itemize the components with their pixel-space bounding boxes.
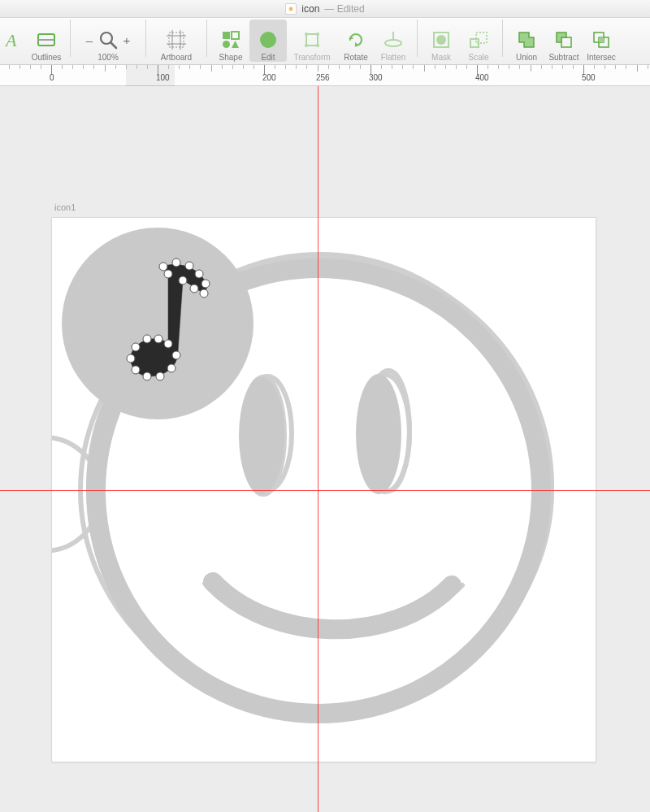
scale-label: Scale: [468, 53, 488, 62]
rotate-label: Rotate: [344, 53, 367, 62]
toolbar-separator: [502, 20, 503, 57]
zoom-level-label: 100%: [98, 53, 119, 62]
ruler-number: 400: [475, 73, 489, 82]
svg-marker-14: [232, 41, 239, 48]
text-tool-button[interactable]: A t: [0, 20, 28, 62]
svg-point-18: [305, 44, 308, 47]
toolbar-separator: [206, 20, 207, 57]
rotate-button[interactable]: Rotate: [337, 20, 375, 62]
svg-point-17: [316, 33, 319, 36]
svg-point-16: [305, 33, 308, 36]
horizontal-ruler[interactable]: 0100200256300400500: [0, 65, 650, 86]
svg-point-22: [385, 40, 401, 46]
toolbar-separator: [70, 20, 71, 57]
svg-point-53: [164, 270, 172, 278]
svg-rect-27: [476, 33, 487, 43]
vertical-guide[interactable]: [318, 86, 318, 812]
svg-rect-6: [169, 33, 184, 47]
ruler-number: 300: [369, 73, 383, 82]
horizontal-guide[interactable]: [0, 490, 650, 491]
artboard-button[interactable]: Artboard: [151, 20, 202, 62]
svg-rect-28: [561, 37, 571, 47]
zoom-control: – + 100%: [76, 20, 141, 62]
outlines-button[interactable]: Outlines: [28, 20, 65, 62]
svg-point-49: [202, 280, 210, 288]
intersect-button[interactable]: Intersec: [583, 20, 620, 62]
svg-line-5: [110, 42, 116, 48]
svg-point-19: [316, 44, 319, 47]
artboard-name-label[interactable]: icon1: [54, 202, 76, 212]
svg-rect-12: [232, 32, 239, 39]
svg-point-57: [156, 372, 164, 380]
flatten-label: Flatten: [381, 53, 406, 62]
toolbar: A t Outlines – + 100% Artboard: [0, 18, 650, 65]
svg-rect-11: [223, 32, 230, 39]
svg-point-25: [436, 35, 446, 45]
transform-label: Transform: [293, 53, 330, 62]
zoom-in-button[interactable]: +: [120, 33, 133, 47]
svg-point-60: [127, 354, 135, 363]
edit-button[interactable]: Edit: [249, 20, 287, 62]
outlines-label: Outlines: [32, 53, 62, 62]
scale-button[interactable]: Scale: [460, 20, 497, 62]
subtract-button[interactable]: Subtract: [545, 20, 583, 62]
svg-point-48: [195, 270, 203, 278]
svg-text:A: A: [4, 30, 17, 50]
ruler-number: 500: [582, 73, 596, 82]
svg-point-43: [62, 228, 254, 419]
svg-point-63: [154, 335, 162, 343]
svg-point-52: [179, 276, 187, 284]
shape-button[interactable]: Shape: [212, 20, 249, 62]
svg-point-50: [200, 289, 208, 297]
artboard-label: Artboard: [161, 53, 192, 62]
shape-label: Shape: [219, 53, 243, 62]
transform-button[interactable]: Transform: [287, 20, 337, 62]
window-titlebar: icon — Edited: [0, 0, 650, 18]
svg-rect-31: [599, 37, 604, 42]
svg-point-42: [356, 374, 401, 494]
intersect-label: Intersec: [587, 53, 616, 62]
ruler-number: 100: [156, 73, 170, 82]
svg-point-61: [132, 343, 140, 351]
union-button[interactable]: Union: [508, 20, 545, 62]
svg-point-62: [143, 335, 151, 343]
document-edited-indicator: — Edited: [324, 3, 364, 15]
svg-point-56: [167, 364, 176, 372]
svg-point-0: [289, 7, 293, 11]
svg-rect-15: [306, 34, 318, 46]
svg-marker-21: [355, 42, 358, 47]
toolbar-separator: [417, 20, 418, 57]
canvas-area[interactable]: icon1: [0, 86, 650, 812]
mask-button[interactable]: Mask: [422, 20, 460, 62]
svg-point-59: [132, 366, 140, 374]
svg-point-47: [185, 262, 193, 270]
svg-point-46: [172, 258, 180, 267]
svg-point-55: [172, 351, 180, 359]
svg-point-51: [190, 284, 198, 293]
edit-label: Edit: [261, 53, 275, 62]
flatten-button[interactable]: Flatten: [375, 20, 412, 62]
magnifier-icon[interactable]: [98, 29, 119, 50]
svg-marker-20: [349, 36, 353, 39]
svg-point-41: [239, 377, 284, 494]
toolbar-separator: [145, 20, 146, 57]
svg-point-58: [143, 372, 151, 380]
union-label: Union: [516, 53, 537, 62]
ruler-number: 0: [50, 73, 54, 82]
zoom-out-button[interactable]: –: [83, 33, 96, 47]
svg-point-13: [223, 41, 230, 48]
svg-point-54: [164, 340, 172, 348]
document-title: icon: [301, 3, 319, 15]
document-badge-icon: [285, 3, 297, 15]
ruler-number: 256: [316, 73, 330, 82]
ruler-number: 200: [262, 73, 276, 82]
mask-label: Mask: [431, 53, 451, 62]
svg-point-45: [159, 263, 167, 271]
subtract-label: Subtract: [548, 53, 578, 62]
